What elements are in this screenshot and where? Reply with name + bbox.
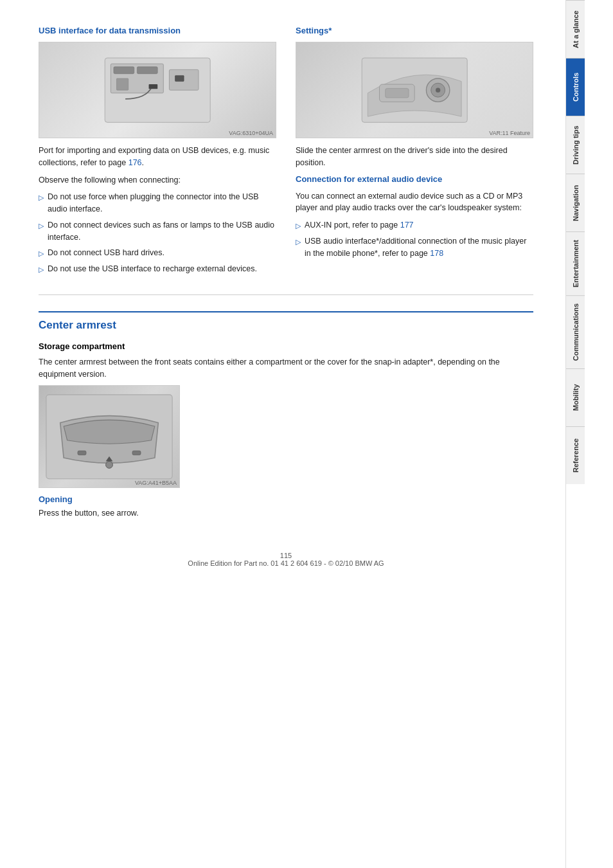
- bullet-item: ▷ Do not connect devices such as fans or…: [39, 219, 276, 244]
- usb-section-title: USB interface for data transmission: [39, 26, 276, 35]
- svg-rect-2: [114, 67, 134, 74]
- usb-image-caption: VAG:6310+04UA: [229, 130, 273, 136]
- connection-bullet-list: ▷ AUX-IN port, refer to page 177 ▷ USB a…: [296, 219, 533, 259]
- bullet-item: ▷ Do not connect USB hard drives.: [39, 247, 276, 259]
- settings-image-svg: [320, 52, 509, 128]
- svg-point-11: [436, 87, 440, 92]
- sidebar-tab-navigation[interactable]: Navigation: [566, 174, 585, 231]
- svg-rect-15: [78, 451, 86, 455]
- usb-image: VAG:6310+04UA: [39, 42, 276, 138]
- svg-rect-4: [116, 78, 128, 90]
- settings-section-title: Settings*: [296, 26, 533, 35]
- settings-text: Slide the center armrest on the driver's…: [296, 145, 533, 169]
- storage-compartment-title: Storage compartment: [39, 341, 533, 351]
- left-column: USB interface for data transmission: [39, 26, 276, 282]
- usb-bullet-list: ▷ Do not use force when plugging the con…: [39, 191, 276, 275]
- sidebar-tab-controls[interactable]: Controls: [566, 58, 585, 116]
- bullet-arrow-icon: ▷: [296, 221, 301, 231]
- sidebar-tab-mobility[interactable]: Mobility: [566, 368, 585, 426]
- right-column: Settings* VAR:11 Feature Sl: [296, 26, 533, 282]
- bullet-arrow-icon: ▷: [39, 192, 44, 203]
- bullet-item: ▷ Do not use force when plugging the con…: [39, 191, 276, 215]
- svg-rect-13: [385, 88, 408, 98]
- sidebar-tab-entertainment[interactable]: Entertainment: [566, 231, 585, 295]
- svg-rect-7: [148, 84, 157, 89]
- connection-section-title: Connection for external audio device: [296, 174, 533, 184]
- page-footer: 115 Online Edition for Part no. 01 41 2 …: [39, 545, 533, 567]
- sidebar-tab-reference[interactable]: Reference: [566, 426, 585, 484]
- usb-image-svg: [63, 52, 252, 128]
- page-ref-176[interactable]: 176: [129, 158, 142, 167]
- two-column-section: USB interface for data transmission: [39, 26, 533, 282]
- svg-rect-6: [175, 75, 184, 81]
- connection-bullet-item: ▷ USB audio interface*/additional connec…: [296, 235, 533, 260]
- bullet-arrow-icon: ▷: [39, 248, 44, 259]
- connection-bullet-item: ▷ AUX-IN port, refer to page 177: [296, 219, 533, 231]
- svg-point-17: [106, 461, 113, 468]
- storage-compartment-text: The center armrest between the front sea…: [39, 356, 533, 381]
- armrest-image-caption: VAG:A41+B5AA: [135, 480, 177, 486]
- bullet-arrow-icon: ▷: [296, 237, 301, 248]
- center-armrest-title: Center armrest: [39, 311, 533, 332]
- sidebar-tab-communications[interactable]: Communications: [566, 295, 585, 368]
- sidebar-tab-driving-tips[interactable]: Driving tips: [566, 116, 585, 174]
- armrest-image: VAG:A41+B5AA: [39, 385, 180, 488]
- settings-image: VAR:11 Feature: [296, 42, 533, 138]
- page-ref-177[interactable]: 177: [400, 221, 414, 230]
- svg-rect-3: [137, 67, 157, 74]
- sidebar-tabs: At a glance Controls Driving tips Naviga…: [565, 0, 585, 868]
- usb-paragraph2: Observe the following when connecting:: [39, 174, 276, 186]
- main-content: USB interface for data transmission: [0, 0, 565, 868]
- opening-title: Opening: [39, 494, 533, 504]
- bullet-arrow-icon: ▷: [39, 264, 44, 275]
- settings-image-caption: VAR:11 Feature: [489, 130, 530, 136]
- armrest-image-svg: [39, 388, 179, 486]
- svg-rect-16: [132, 451, 141, 455]
- page-wrapper: USB interface for data transmission: [0, 0, 613, 868]
- bullet-item: ▷ Do not use the USB interface to rechar…: [39, 263, 276, 275]
- bullet-arrow-icon: ▷: [39, 221, 44, 231]
- connection-text: You can connect an external audio device…: [296, 190, 533, 215]
- page-number: 115: [39, 552, 533, 559]
- opening-text: Press the button, see arrow.: [39, 507, 533, 520]
- copyright-text: Online Edition for Part no. 01 41 2 604 …: [39, 559, 533, 567]
- page-ref-178[interactable]: 178: [430, 249, 443, 258]
- sidebar-tab-at-a-glance[interactable]: At a glance: [566, 0, 585, 58]
- usb-paragraph1: Port for importing and exporting data on…: [39, 145, 276, 169]
- section-divider: [39, 294, 533, 295]
